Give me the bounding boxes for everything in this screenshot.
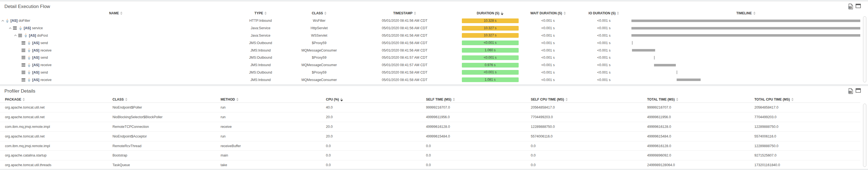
column-header-label: CLASS bbox=[312, 11, 323, 15]
io-duration-cell: <0.001 s bbox=[576, 32, 631, 39]
cpu-percent-cell: 20.0 bbox=[326, 122, 426, 131]
column-header-cpu[interactable]: CPU (%) bbox=[326, 96, 426, 102]
timestamp-cell: 05/01/2020 08:41:56 AM CDT bbox=[349, 39, 461, 46]
sort-icon[interactable] bbox=[676, 98, 678, 101]
tree-name-cell: [AS]send bbox=[0, 54, 231, 62]
tree-name-cell: [AS]receive bbox=[0, 62, 231, 69]
profiler-details-panel: Profiler Details CSV PACKAGECLASSMETHODC… bbox=[0, 86, 868, 169]
column-header-duration-s[interactable]: DURATION (S) bbox=[461, 11, 520, 15]
profiler-row[interactable]: org.apache.tomcat.util.netNioEndpoint$Ac… bbox=[0, 132, 860, 141]
execution-flow-row[interactable]: [AS]doFilterHTTP:InboundWsFilter05/01/20… bbox=[0, 17, 860, 25]
sort-icon[interactable] bbox=[453, 98, 455, 101]
sort-icon[interactable] bbox=[265, 11, 267, 15]
collapse-caret-icon[interactable] bbox=[9, 27, 11, 29]
stack-trace-icon[interactable] bbox=[22, 63, 25, 67]
execution-flow-row[interactable]: [AS]doPostJava:ServiceWSServlet05/01/202… bbox=[0, 32, 860, 39]
sort-icon[interactable] bbox=[564, 11, 566, 15]
duration-cell: 1.081 s bbox=[461, 76, 520, 83]
column-header-package[interactable]: PACKAGE bbox=[5, 96, 113, 102]
column-header-self-time-ms[interactable]: SELF TIME (MS) bbox=[426, 96, 531, 102]
execution-flow-scrollbar[interactable] bbox=[863, 16, 866, 82]
stack-trace-icon[interactable] bbox=[22, 71, 25, 74]
sort-icon[interactable] bbox=[125, 98, 127, 101]
column-header-class[interactable]: CLASS bbox=[113, 96, 221, 102]
span-name: service bbox=[32, 26, 43, 30]
profiler-row[interactable]: org.apache.tomcat.util.threadsTaskQueuet… bbox=[0, 160, 860, 169]
method-cell: main bbox=[221, 151, 326, 160]
sort-icon[interactable] bbox=[565, 98, 568, 101]
stack-trace-icon[interactable] bbox=[22, 49, 25, 52]
sort-icon[interactable] bbox=[120, 11, 122, 15]
stack-trace-icon[interactable] bbox=[18, 34, 22, 37]
timestamp-cell: 05/01/2020 08:41:56 AM CDT bbox=[349, 17, 461, 25]
open-window-icon[interactable] bbox=[856, 4, 861, 8]
tree-name-cell: [AS]receive bbox=[0, 46, 231, 54]
profiler-row[interactable]: com.ibm.mq.jmqi.remote.implRemoteRcvThre… bbox=[0, 141, 860, 151]
column-header-timestamp[interactable]: TIMESTAMP bbox=[349, 11, 461, 15]
sort-icon[interactable] bbox=[501, 11, 503, 15]
csv-export-icon[interactable]: CSV bbox=[848, 88, 853, 94]
profiler-row[interactable]: org.apache.tomcat.util.netNioBlockingSel… bbox=[0, 112, 860, 122]
package-cell: org.apache.tomcat.util.net bbox=[5, 112, 113, 122]
execution-flow-row[interactable]: [AS]serviceJava:ServiceHttpServlet05/01/… bbox=[0, 25, 860, 32]
package-cell: org.apache.tomcat.util.threads bbox=[5, 160, 113, 169]
stack-trace-icon[interactable] bbox=[22, 56, 25, 59]
class-cell: WSServlet bbox=[289, 32, 349, 39]
column-header-total-cpu-time-ms[interactable]: TOTAL CPU TIME (MS) bbox=[754, 96, 860, 102]
collapse-caret-icon[interactable] bbox=[1, 20, 4, 22]
collapse-caret-icon[interactable] bbox=[14, 34, 17, 36]
sort-icon[interactable] bbox=[792, 98, 794, 101]
tree-name-cell: [AS]service bbox=[0, 25, 231, 32]
timeline-bar bbox=[677, 78, 700, 81]
profiler-row[interactable]: org.apache.tomcat.util.netNioEndpoint$Po… bbox=[0, 103, 860, 112]
self-time-cell: 49999616128.0 bbox=[426, 122, 531, 131]
profiler-row[interactable]: com.ibm.mq.jmqi.remote.implRemoteTCPConn… bbox=[0, 122, 860, 132]
timestamp-cell: 05/01/2020 08:41:57 AM CDT bbox=[349, 54, 461, 62]
execution-flow-row[interactable]: [AS]sendJMS:Outbound$Proxy5905/01/2020 0… bbox=[0, 69, 860, 76]
duration-badge: 1.081 s bbox=[462, 77, 519, 82]
sort-icon[interactable] bbox=[753, 11, 755, 15]
sort-icon[interactable] bbox=[414, 11, 416, 15]
execution-flow-row[interactable]: [AS]sendJMS:Outbound$Proxy5905/01/2020 0… bbox=[0, 39, 860, 46]
timeline-bar bbox=[632, 41, 632, 45]
column-header-method[interactable]: METHOD bbox=[221, 96, 326, 102]
timeline-cell bbox=[631, 17, 860, 25]
class-cell: $Proxy59 bbox=[289, 54, 349, 62]
execution-flow-row[interactable]: [AS]receiveJMS:InboundMQMessageConsumer0… bbox=[0, 62, 860, 69]
stack-trace-icon[interactable] bbox=[22, 78, 25, 81]
tree-name-cell: [AS]doFilter bbox=[0, 17, 231, 25]
column-header-type[interactable]: TYPE bbox=[231, 11, 289, 15]
span-name: receive bbox=[40, 63, 52, 67]
stack-trace-icon[interactable] bbox=[13, 27, 17, 30]
column-header-io-duration-s[interactable]: IO DURATION (S) bbox=[576, 11, 631, 15]
sort-icon[interactable] bbox=[617, 11, 619, 15]
column-header-class[interactable]: CLASS bbox=[289, 11, 349, 15]
column-header-name[interactable]: NAME bbox=[0, 11, 231, 15]
stack-trace-icon[interactable] bbox=[22, 41, 25, 45]
sort-icon[interactable] bbox=[340, 98, 343, 101]
column-header-wait-duration-s[interactable]: WAIT DURATION (S) bbox=[520, 11, 576, 15]
sort-icon[interactable] bbox=[236, 98, 239, 101]
cpu-percent-cell: 20.0 bbox=[326, 112, 426, 122]
agent-span-prefix: [AS] bbox=[29, 34, 36, 37]
profiler-scrollbar[interactable] bbox=[863, 104, 866, 167]
timeline-bar bbox=[632, 49, 655, 52]
open-window-icon[interactable] bbox=[856, 88, 861, 93]
csv-export-icon[interactable]: CSV bbox=[848, 4, 853, 9]
wait-duration-cell: <0.001 s bbox=[520, 54, 576, 62]
execution-flow-row[interactable]: [AS]receiveJMS:InboundMQMessageConsumer0… bbox=[0, 76, 860, 83]
column-header-timeline[interactable]: TIMELINE bbox=[631, 11, 860, 15]
execution-flow-row[interactable]: [AS]sendJMS:Outbound$Proxy5905/01/2020 0… bbox=[0, 54, 860, 62]
timeline-cell bbox=[631, 69, 860, 76]
wait-duration-cell: <0.001 s bbox=[520, 62, 576, 69]
profiler-row[interactable]: org.apache.catalina.startupBootstrapmain… bbox=[0, 151, 860, 160]
sort-icon[interactable] bbox=[324, 11, 327, 15]
duration-cell: 10.327 s bbox=[461, 25, 520, 32]
column-header-self-cpu-time-ms[interactable]: SELF CPU TIME (MS) bbox=[531, 96, 647, 102]
timeline-cell bbox=[631, 62, 860, 69]
sort-icon[interactable] bbox=[23, 98, 25, 101]
column-header-total-time-ms[interactable]: TOTAL TIME (MS) bbox=[647, 96, 754, 102]
type-cell: JMS:Inbound bbox=[231, 76, 289, 83]
execution-flow-row[interactable]: [AS]receiveJMS:InboundMQMessageConsumer0… bbox=[0, 46, 860, 54]
cpu-percent-cell: 20.0 bbox=[326, 132, 426, 141]
